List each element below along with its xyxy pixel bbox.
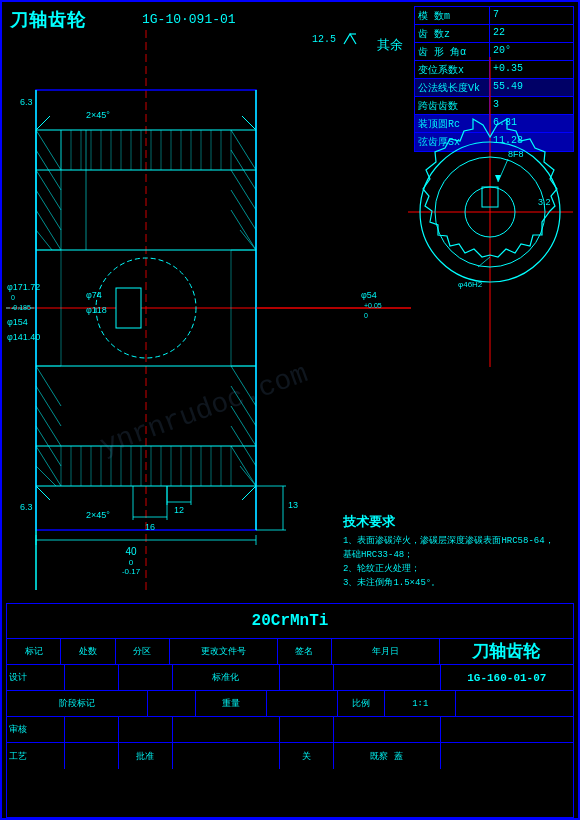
info-value-modulus: 7 [490,7,573,24]
part-name-large-cell: 刀轴齿轮 [439,639,573,664]
grid-docnum-cell: 1G-160-01-07 [440,665,573,690]
svg-line-19 [36,130,61,170]
bottom-title-block: 20CrMnTi 标记 处数 分区 更改文件号 签名 年月日 刀轴齿轮 设计 标… [6,603,574,818]
svg-line-37 [231,366,256,406]
svg-line-22 [36,190,61,230]
svg-line-28 [231,190,256,230]
svg-line-42 [240,466,256,486]
svg-text:3.2: 3.2 [538,197,551,207]
svg-text:40: 40 [125,546,137,557]
grid-header-3: 分区 [116,639,170,664]
grid-d2 [65,665,119,690]
approve-label: 批准 [119,743,173,769]
drawing-number: 1G-10·091-01 [142,12,236,27]
grid-header-2: 处数 [61,639,115,664]
svg-line-23 [36,210,61,250]
svg-line-14 [36,486,50,500]
footer-row: 工艺 批准 关 既察 蓋 [7,743,573,769]
svg-line-41 [231,446,256,486]
svg-text:-0.185: -0.185 [11,304,31,311]
grid-header-5: 签名 [278,639,332,664]
main-container: 刀轴齿轮 1G-10·091-01 模 数m 7 齿 数z 22 齿 形 角α … [0,0,580,820]
footer-val3 [173,743,280,769]
weight-label: 重量 [196,691,267,716]
grid-header-row: 标记 处数 分区 更改文件号 签名 年月日 刀轴齿轮 [7,639,573,665]
svg-line-132 [478,257,490,267]
svg-text:12: 12 [174,505,184,515]
main-drawing-svg: φ171.72 0 -0.185 φ154 φ141.40 φ74 φ118 2… [6,30,411,590]
grid-design: 设计 [7,665,65,690]
svg-line-29 [231,210,256,250]
svg-text:8F8: 8F8 [508,149,524,159]
grid-standard: 标准化 [173,665,280,690]
review-label: 审核 [7,717,65,742]
svg-line-36 [36,466,56,486]
svg-text:16: 16 [145,522,155,532]
svg-line-31 [36,366,61,406]
svg-text:φ118: φ118 [86,305,107,315]
review-right [440,717,573,742]
svg-text:0: 0 [11,294,15,301]
svg-text:13: 13 [288,500,298,510]
scale-right [455,691,573,716]
svg-text:φ171.72: φ171.72 [7,282,40,292]
svg-text:6.3: 6.3 [20,502,33,512]
tech-requirements: 技术要求 1、表面渗碳淬火，渗碳层深度渗碳表面HRC58-64， 基础HRC33… [343,516,573,590]
svg-line-128 [498,159,508,182]
footer-seal: 既察 蓋 [334,743,440,769]
grid-d3 [119,665,173,690]
svg-line-12 [36,116,50,130]
svg-line-39 [231,406,256,446]
grid-header-4: 更改文件号 [170,639,278,664]
svg-line-35 [36,446,61,486]
tech-req-item1: 1、表面渗碳淬火，渗碳层深度渗碳表面HRC58-64， [343,534,573,548]
footer-right [440,743,573,769]
svg-line-25 [231,130,256,170]
svg-line-27 [231,170,256,210]
footer-val1 [65,743,119,769]
info-label-modulus: 模 数m [415,7,490,24]
info-value-teeth: 22 [490,25,573,42]
svg-text:0: 0 [129,558,134,567]
info-row-teeth: 齿 数z 22 [415,25,573,43]
svg-rect-85 [116,288,141,328]
material-row: 20CrMnTi [7,604,573,639]
gear-view-svg: 8F8 3.2 φ46H2 [408,57,573,367]
info-label-teeth: 齿 数z [415,25,490,42]
info-row-modulus: 模 数m 7 [415,7,573,25]
review-val1 [65,717,119,742]
doc-number: 1G-160-01-07 [467,672,546,684]
grid-d6 [334,665,440,690]
svg-text:2×45°: 2×45° [86,510,110,520]
scale-label: 比例 [338,691,386,716]
process-label: 工艺 [7,743,65,769]
stage-label: 阶段标记 [7,691,148,716]
part-name-display: 刀轴齿轮 [472,640,540,663]
svg-line-32 [36,386,61,426]
svg-marker-129 [495,175,501,182]
review-val5 [334,717,440,742]
grid-data-row: 设计 标准化 1G-160-01-07 [7,665,573,691]
svg-text:6.3: 6.3 [20,97,33,107]
svg-text:+0.05: +0.05 [364,302,382,309]
review-row: 审核 [7,717,573,743]
tech-req-item4: 3、未注倒角1.5×45°。 [343,576,573,590]
grid-header-6: 年月日 [332,639,439,664]
svg-text:φ141.40: φ141.40 [7,332,40,342]
tech-req-title: 技术要求 [343,516,573,530]
review-val4 [280,717,334,742]
svg-text:φ74: φ74 [86,290,102,300]
grid-header-1: 标记 [7,639,61,664]
drawing-title: 刀轴齿轮 [10,8,86,32]
review-val2 [119,717,173,742]
svg-line-21 [36,170,61,210]
tech-req-item3: 2、轮纹正火处理； [343,562,573,576]
review-val3 [173,717,280,742]
svg-line-33 [36,406,61,446]
svg-line-13 [242,116,256,130]
scale-value: 1∶1 [385,691,455,716]
tech-req-item2: 基础HRC33-48； [343,548,573,562]
svg-line-24 [36,230,52,250]
weight-val [267,691,338,716]
svg-text:φ154: φ154 [7,317,28,327]
